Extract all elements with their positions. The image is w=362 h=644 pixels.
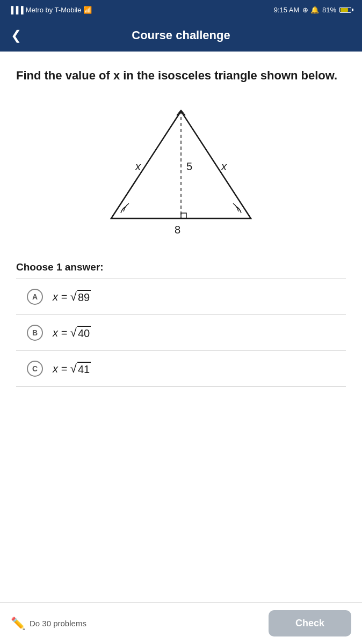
time-display: 9:15 AM bbox=[274, 6, 300, 14]
left-x-label: x bbox=[135, 160, 141, 172]
base-label: 8 bbox=[175, 224, 180, 236]
status-right: 9:15 AM ⊕ 🔔 81% bbox=[274, 6, 353, 14]
triangle-diagram: x x 5 8 bbox=[16, 100, 346, 245]
option-c-letter: C bbox=[32, 364, 38, 373]
carrier-name: Metro by T-Mobile bbox=[26, 6, 82, 14]
option-a-letter: A bbox=[32, 292, 38, 301]
question-text: Find the value of x in the isosceles tri… bbox=[16, 68, 346, 84]
streak-icon: ✏️ bbox=[11, 617, 25, 631]
triangle-svg: x x 5 8 bbox=[90, 100, 272, 245]
option-b-circle: B bbox=[27, 325, 43, 341]
option-b-text: x = √ 40 bbox=[53, 326, 91, 340]
svg-rect-2 bbox=[181, 213, 186, 218]
notification-icons: ⊕ 🔔 bbox=[302, 6, 319, 14]
battery-icon bbox=[339, 7, 353, 13]
status-carrier: ▐▐▐ Metro by T-Mobile 📶 bbox=[9, 6, 92, 14]
battery-percent: 81% bbox=[322, 6, 336, 14]
height-label: 5 bbox=[186, 160, 192, 172]
streak-area: ✏️ Do 30 problems bbox=[11, 617, 86, 631]
main-content: Find the value of x in the isosceles tri… bbox=[0, 52, 362, 398]
back-button[interactable]: ❮ bbox=[11, 28, 21, 43]
option-c-circle: C bbox=[27, 361, 43, 377]
check-button[interactable]: Check bbox=[269, 610, 351, 636]
option-c[interactable]: C x = √ 41 bbox=[16, 351, 346, 387]
option-a-circle: A bbox=[27, 289, 43, 305]
option-a-text: x = √ 89 bbox=[53, 290, 91, 304]
streak-text: Do 30 problems bbox=[30, 619, 86, 628]
option-c-text: x = √ 41 bbox=[53, 362, 91, 376]
signal-icon: ▐▐▐ bbox=[9, 6, 24, 14]
page-title: Course challenge bbox=[132, 28, 230, 42]
option-b[interactable]: B x = √ 40 bbox=[16, 315, 346, 351]
right-x-label: x bbox=[221, 160, 227, 172]
option-b-letter: B bbox=[32, 328, 38, 337]
option-a[interactable]: A x = √ 89 bbox=[16, 279, 346, 315]
bottom-bar: ✏️ Do 30 problems Check bbox=[0, 602, 362, 644]
nav-bar: ❮ Course challenge bbox=[0, 19, 362, 52]
wifi-icon: 📶 bbox=[83, 6, 92, 14]
status-bar: ▐▐▐ Metro by T-Mobile 📶 9:15 AM ⊕ 🔔 81% bbox=[0, 0, 362, 19]
choose-label: Choose 1 answer: bbox=[16, 261, 346, 273]
